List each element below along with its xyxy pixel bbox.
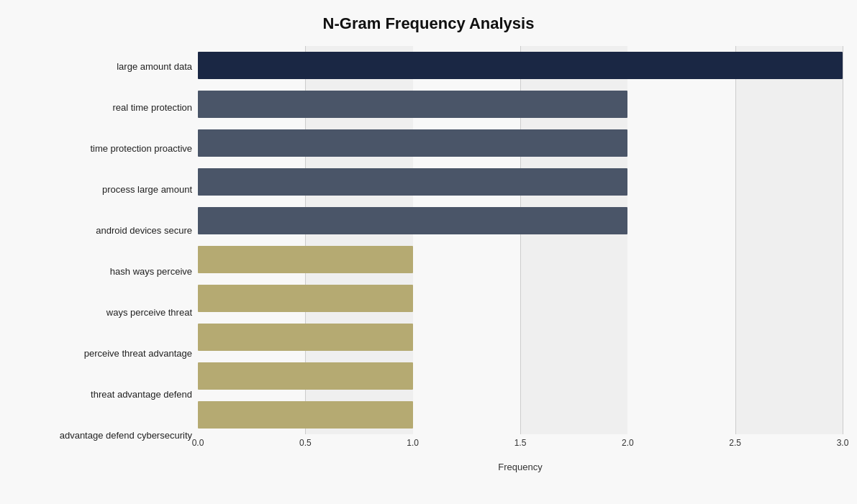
chart-title: N-Gram Frequency Analysis [14, 14, 843, 33]
bar [198, 129, 627, 157]
bar [198, 207, 627, 234]
x-tick: 1.0 [407, 438, 419, 448]
y-label: large amount data [14, 46, 192, 87]
bar-row [198, 49, 843, 83]
x-axis-label: Frequency [198, 462, 843, 472]
chart-container: N-Gram Frequency Analysis large amount d… [0, 0, 857, 504]
bar [198, 324, 413, 351]
bar [198, 91, 627, 118]
chart-area: large amount datareal time protectiontim… [14, 46, 843, 456]
x-axis: 0.00.51.01.52.02.53.0 [198, 434, 843, 456]
bars-wrapper [198, 46, 843, 434]
bar-row [198, 398, 843, 432]
x-tick: 0.5 [299, 438, 312, 448]
x-tick: 2.5 [729, 438, 741, 448]
bar-row [198, 88, 843, 122]
y-label: real time protection [14, 87, 192, 128]
bar-row [198, 359, 843, 393]
y-label: process large amount [14, 169, 192, 210]
y-label: perceive threat advantage [14, 333, 192, 374]
y-label: android devices secure [14, 210, 192, 251]
y-label: threat advantage defend [14, 374, 192, 415]
y-label: advantage defend cybersecurity [14, 415, 192, 456]
gridline [843, 46, 843, 434]
bar [198, 401, 413, 429]
y-labels: large amount datareal time protectiontim… [14, 46, 198, 456]
y-label: ways perceive threat [14, 292, 192, 333]
x-tick: 1.5 [514, 438, 527, 448]
bar [198, 52, 843, 79]
plot-area: 0.00.51.01.52.02.53.0 [198, 46, 843, 456]
bar-row [198, 282, 843, 316]
bar [198, 168, 627, 196]
y-label: hash ways perceive [14, 251, 192, 292]
bar-row [198, 321, 843, 354]
bar-row [198, 127, 843, 160]
bar-row [198, 165, 843, 199]
x-tick: 3.0 [837, 438, 849, 448]
bar [198, 362, 413, 390]
x-tick: 2.0 [622, 438, 634, 448]
bar [198, 246, 413, 273]
x-tick: 0.0 [192, 438, 204, 448]
bar [198, 285, 413, 312]
y-label: time protection proactive [14, 128, 192, 169]
bar-row [198, 243, 843, 277]
bar-row [198, 204, 843, 238]
